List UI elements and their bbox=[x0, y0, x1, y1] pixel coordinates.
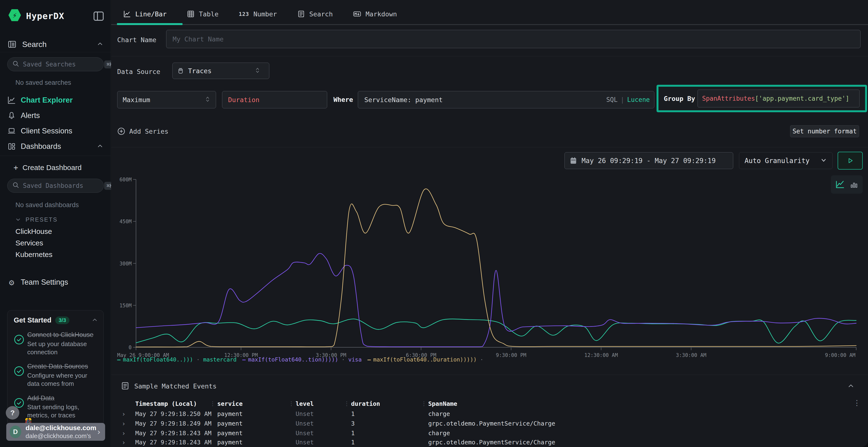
sidebar-item-alerts[interactable]: Alerts bbox=[0, 108, 111, 123]
sidebar-collapse-icon[interactable] bbox=[93, 11, 104, 22]
legend-line-icon: — bbox=[242, 356, 246, 363]
user-menu[interactable]: D dale@clickhouse.com dale@clickhouse.co… bbox=[6, 423, 105, 441]
col-duration[interactable]: duration bbox=[351, 400, 380, 407]
cell-spanname[interactable]: grpc.oteldemo.PaymentService/Charge bbox=[428, 439, 555, 446]
preset-services[interactable]: Services bbox=[16, 239, 43, 247]
tab-table[interactable]: Table bbox=[187, 5, 218, 23]
saved-dashboards-field[interactable] bbox=[23, 182, 104, 189]
legend-entry[interactable]: — maxIf(toFloat640..))) · mastercard bbox=[117, 356, 237, 363]
set-number-format-button[interactable]: Set number format bbox=[790, 125, 859, 137]
col-timestamp[interactable]: Timestamp (Local) bbox=[135, 400, 197, 407]
saved-searches-field[interactable] bbox=[23, 61, 104, 68]
svg-text:600M: 600M bbox=[119, 177, 132, 182]
chart-legend: — maxIf(toFloat640..))) · mastercard — m… bbox=[117, 356, 490, 363]
column-resize-handle[interactable]: ⋮ bbox=[210, 400, 216, 407]
create-dashboard-button[interactable]: + Create Dashboard bbox=[0, 161, 111, 174]
datasource-icon bbox=[177, 67, 184, 74]
expand-row-icon[interactable]: › bbox=[122, 410, 126, 418]
sidebar-item-chart-explorer[interactable]: Chart Explorer bbox=[0, 93, 111, 107]
expand-row-icon[interactable]: › bbox=[122, 420, 126, 427]
cell-service[interactable]: payment bbox=[217, 410, 243, 417]
tab-number[interactable]: 123 Number bbox=[239, 5, 277, 23]
granularity-select[interactable]: Auto Granularity bbox=[739, 152, 833, 169]
get-started-item[interactable]: Create Data Sources Configure where your… bbox=[7, 358, 103, 390]
chevron-down-icon bbox=[15, 216, 21, 223]
cell-spanname[interactable]: charge bbox=[428, 429, 450, 437]
laptop-icon bbox=[7, 127, 17, 135]
where-input[interactable]: ServiceName: payment SQL | Lucene bbox=[358, 91, 654, 108]
lucene-toggle[interactable]: Lucene bbox=[627, 96, 650, 103]
user-org: dale@clickhouse.com's bbox=[26, 432, 96, 440]
cell-spanname[interactable]: charge bbox=[428, 410, 450, 417]
column-resize-handle[interactable]: ⋮ bbox=[344, 400, 350, 407]
sidebar-item-dashboards[interactable]: Dashboards bbox=[0, 139, 111, 153]
cell-duration[interactable]: 1 bbox=[351, 429, 355, 437]
cell-level[interactable]: Unset bbox=[296, 439, 314, 446]
tab-search[interactable]: Search bbox=[297, 5, 333, 23]
chart-name-input[interactable] bbox=[166, 30, 861, 48]
get-started-item[interactable]: Connect to ClickHouse Set up your databa… bbox=[7, 326, 103, 358]
col-spanname[interactable]: SpanName bbox=[428, 400, 457, 407]
add-series-button[interactable]: Add Series bbox=[117, 127, 168, 135]
sidebar-search-label: Search bbox=[22, 40, 46, 49]
group-by-highlight: Group By SpanAttributes['app.payment.car… bbox=[656, 85, 867, 112]
cell-timestamp[interactable]: May 27 9:29:18.250 AM bbox=[135, 410, 212, 417]
cell-level[interactable]: Unset bbox=[296, 410, 314, 417]
select-chevrons-icon bbox=[205, 96, 211, 104]
col-service[interactable]: service bbox=[217, 400, 243, 407]
legend-entry[interactable]: — maxIf(toFloat640..Duration))))) · bbox=[368, 356, 487, 363]
legend-entry[interactable]: — maxIf(toFloat640..tion))))) · visa bbox=[242, 356, 362, 363]
cell-duration[interactable]: 1 bbox=[351, 439, 355, 446]
sidebar-item-client-sessions[interactable]: Client Sessions bbox=[0, 124, 111, 138]
saved-dashboards-input[interactable]: ⌘K bbox=[7, 179, 104, 193]
tab-markdown[interactable]: Markdown bbox=[353, 5, 397, 23]
search-icon bbox=[12, 60, 20, 68]
sample-events-header: Sample Matched Events bbox=[111, 380, 868, 393]
presets-toggle[interactable]: PRESETS bbox=[15, 216, 58, 223]
sidebar-section-search[interactable]: Search bbox=[0, 38, 111, 51]
expand-row-icon[interactable]: › bbox=[122, 429, 126, 437]
data-source-select[interactable]: Traces bbox=[173, 63, 269, 79]
preset-clickhouse[interactable]: ClickHouse bbox=[16, 227, 52, 236]
dashboard-grid-icon bbox=[7, 142, 17, 151]
cell-timestamp[interactable]: May 27 9:29:18.249 AM bbox=[135, 420, 212, 427]
column-resize-handle[interactable]: ⋮ bbox=[288, 400, 294, 407]
cell-level[interactable]: Unset bbox=[296, 420, 314, 427]
field-input[interactable]: Duration bbox=[222, 91, 327, 108]
timeseries-chart[interactable]: 0150M300M450M600MMay 26 9:00:00 AM12:30:… bbox=[111, 173, 868, 366]
cell-service[interactable]: payment bbox=[217, 420, 243, 427]
cell-service[interactable]: payment bbox=[217, 439, 243, 446]
cell-duration[interactable]: 3 bbox=[351, 420, 355, 427]
date-range-input[interactable]: May 26 09:29:19 - May 27 09:29:19 bbox=[564, 152, 733, 169]
cell-duration[interactable]: 1 bbox=[351, 410, 355, 417]
chart-name-field[interactable] bbox=[166, 30, 860, 48]
cell-level[interactable]: Unset bbox=[296, 429, 314, 437]
column-resize-handle[interactable]: ⋮ bbox=[421, 400, 427, 407]
sql-toggle[interactable]: SQL bbox=[606, 96, 618, 103]
get-started-item[interactable]: Add Data Start sending logs, metrics, or… bbox=[7, 390, 103, 421]
group-by-input[interactable]: SpanAttributes['app.payment.card_type'] bbox=[698, 90, 860, 107]
sidebar-item-team-settings[interactable]: ⚙ Team Settings bbox=[0, 275, 111, 289]
expand-row-icon[interactable]: › bbox=[122, 439, 126, 446]
cell-timestamp[interactable]: May 27 9:29:18.243 AM bbox=[135, 429, 212, 437]
run-query-button[interactable] bbox=[838, 152, 863, 170]
chevron-up-icon[interactable] bbox=[91, 316, 98, 324]
help-button[interactable]: ? bbox=[6, 406, 19, 419]
collapse-panel-icon[interactable] bbox=[847, 382, 855, 391]
search-icon bbox=[12, 182, 20, 190]
col-level[interactable]: level bbox=[296, 400, 314, 407]
123-icon: 123 bbox=[239, 11, 249, 17]
svg-text:150M: 150M bbox=[119, 303, 132, 309]
saved-searches-input[interactable]: ⌘K bbox=[7, 57, 104, 71]
cell-timestamp[interactable]: May 27 9:29:18.243 AM bbox=[135, 439, 212, 446]
list-icon bbox=[297, 10, 305, 18]
check-circle-icon bbox=[14, 363, 27, 388]
table-menu-icon[interactable]: ⋮ bbox=[853, 399, 861, 407]
group-by-label: Group By bbox=[664, 95, 695, 102]
preset-kubernetes[interactable]: Kubernetes bbox=[16, 250, 52, 259]
aggregation-select[interactable]: Maximum bbox=[117, 91, 216, 108]
cell-spanname[interactable]: grpc.oteldemo.PaymentService/Charge bbox=[428, 420, 555, 427]
tab-line-bar[interactable]: Line/Bar bbox=[123, 5, 166, 23]
cell-service[interactable]: payment bbox=[217, 429, 243, 437]
chart-name-label: Chart Name bbox=[117, 36, 156, 44]
